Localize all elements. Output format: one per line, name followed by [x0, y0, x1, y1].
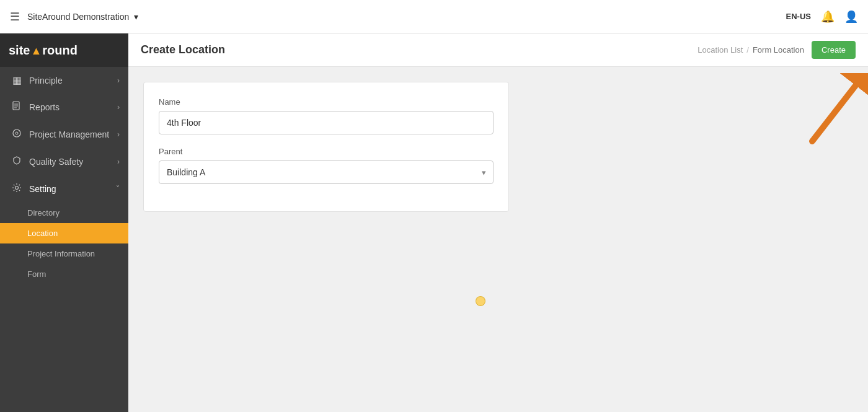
svg-point-5: [16, 132, 18, 134]
name-input[interactable]: [159, 111, 494, 134]
principle-icon: ▦: [11, 74, 23, 86]
sidebar-item-project-management[interactable]: Project Management ›: [0, 121, 128, 148]
breadcrumb-form-location: Form Location: [753, 45, 804, 55]
parent-select-wrapper: Building A Building B Building C ▾: [159, 160, 494, 184]
svg-line-8: [812, 85, 856, 141]
sidebar-logo: site▲round: [0, 33, 128, 67]
content-area: Create Location Location List / Form Loc…: [128, 33, 868, 412]
chevron-right-icon: ›: [117, 103, 120, 112]
create-button[interactable]: Create: [812, 41, 856, 59]
logo-arrow-icon: ▲: [30, 45, 42, 57]
chevron-right-icon: ›: [117, 76, 120, 85]
breadcrumb-location-list[interactable]: Location List: [698, 45, 743, 55]
sidebar-item-form[interactable]: Form: [0, 264, 128, 284]
notification-bell-icon[interactable]: 🔔: [821, 10, 835, 24]
page-title: Create Location: [141, 43, 225, 56]
main-content: Name Parent Building A Building B Buildi…: [128, 67, 868, 412]
chevron-right-icon: ›: [117, 157, 120, 166]
sidebar-item-label: Reports: [29, 102, 60, 112]
create-location-form: Name Parent Building A Building B Buildi…: [143, 82, 509, 212]
sidebar-item-label: Principle: [29, 76, 63, 85]
header-left: ☰ SiteAround Demonstration ▾: [10, 10, 138, 24]
arrow-annotation: [781, 73, 856, 147]
language-selector[interactable]: EN-US: [786, 12, 811, 21]
project-name: SiteAround Demonstration: [27, 12, 129, 22]
project-management-icon: [11, 128, 23, 141]
sidebar-item-label: Quality Safety: [29, 157, 83, 167]
sidebar-item-project-information[interactable]: Project Information: [0, 243, 128, 264]
top-header: ☰ SiteAround Demonstration ▾ EN-US 🔔 👤: [0, 0, 868, 33]
breadcrumb: Location List / Form Location: [698, 45, 804, 55]
user-profile-icon[interactable]: 👤: [844, 10, 858, 24]
content-header: Create Location Location List / Form Loc…: [128, 33, 868, 67]
svg-point-6: [16, 186, 19, 190]
cursor-indicator: [476, 296, 485, 306]
setting-icon: [11, 183, 23, 195]
main-layout: site▲round ▦ Principle ›: [0, 33, 868, 412]
project-dropdown-icon: ▾: [134, 12, 138, 22]
parent-label: Parent: [159, 147, 494, 156]
chevron-down-icon: ˅: [116, 185, 120, 193]
sidebar-item-location[interactable]: Location: [0, 223, 128, 243]
header-right: EN-US 🔔 👤: [786, 10, 858, 24]
parent-form-group: Parent Building A Building B Building C …: [159, 147, 494, 184]
sidebar-item-quality-safety[interactable]: Quality Safety ›: [0, 148, 128, 175]
quality-safety-icon: [11, 156, 23, 168]
parent-select[interactable]: Building A Building B Building C: [159, 160, 494, 184]
app-logo: site▲round: [9, 43, 78, 58]
name-label: Name: [159, 97, 494, 107]
sidebar-item-directory[interactable]: Directory: [0, 203, 128, 223]
svg-point-4: [13, 129, 20, 137]
project-selector[interactable]: SiteAround Demonstration ▾: [27, 12, 138, 22]
chevron-right-icon: ›: [117, 130, 120, 139]
sidebar-item-setting[interactable]: Setting ˅: [0, 175, 128, 203]
sidebar-nav: ▦ Principle › Reports: [0, 67, 128, 412]
breadcrumb-separator: /: [746, 45, 749, 55]
sidebar: site▲round ▦ Principle ›: [0, 33, 128, 412]
breadcrumb-and-action: Location List / Form Location Create: [698, 41, 856, 59]
sidebar-item-label: Setting: [29, 184, 56, 194]
sidebar-item-principle[interactable]: ▦ Principle ›: [0, 67, 128, 94]
setting-sub-nav: Directory Location Project Information F…: [0, 203, 128, 284]
name-form-group: Name: [159, 97, 494, 134]
sidebar-item-reports[interactable]: Reports ›: [0, 94, 128, 121]
sidebar-item-label: Project Management: [29, 129, 109, 139]
reports-icon: [11, 101, 23, 113]
hamburger-icon[interactable]: ☰: [10, 10, 20, 24]
